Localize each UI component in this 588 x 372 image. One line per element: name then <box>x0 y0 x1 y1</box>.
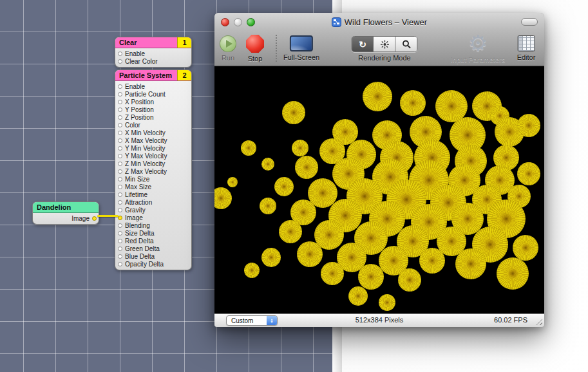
port-dot-green-delta[interactable] <box>118 246 122 251</box>
port-row-image: Image <box>115 214 191 221</box>
gear-icon: ⚙ <box>468 32 488 54</box>
port-dot-gravity[interactable] <box>118 208 122 212</box>
dandelion-particle <box>348 286 368 306</box>
port-label: Z Position <box>125 114 153 121</box>
port-label: Y Max Velocity <box>125 153 167 160</box>
port-dot-particle-count[interactable] <box>118 92 122 97</box>
port-dot-opacity-delta[interactable] <box>118 262 122 266</box>
port-dot-image[interactable] <box>92 216 97 221</box>
viewer-window[interactable]: Wild Flowers – Viewer Run Stop Full-Scre… <box>214 13 544 327</box>
port-label: Blue Delta <box>125 253 155 260</box>
node-dandelion[interactable]: Dandelion Image <box>32 201 99 225</box>
node-clear-title: Clear <box>119 39 137 46</box>
port-dot-x-min-velocity[interactable] <box>118 131 122 135</box>
editor-button[interactable]: Editor <box>517 34 536 61</box>
dandelion-particle <box>279 220 302 243</box>
port-dot-enable[interactable] <box>118 51 122 56</box>
node-particle-system[interactable]: Particle System 2 EnableParticle CountX … <box>115 70 192 270</box>
dandelion-particle <box>379 294 395 311</box>
node-clear[interactable]: Clear 1 EnableClear Color <box>115 37 192 68</box>
port-dot-y-min-velocity[interactable] <box>118 146 122 151</box>
port-row-z-max-velocity: Z Max Velocity <box>115 167 191 175</box>
port-label: Lifetime <box>125 191 147 198</box>
dandelion-particle <box>321 262 344 285</box>
port-dot-z-position[interactable] <box>118 115 122 120</box>
port-dot-attraction[interactable] <box>118 200 122 205</box>
port-dot-x-max-velocity[interactable] <box>118 138 122 143</box>
port-row-opacity-delta: Opacity Delta <box>115 260 191 268</box>
port-row-clear-color: Clear Color <box>115 57 191 65</box>
port-dot-lifetime[interactable] <box>118 192 122 197</box>
node-dandelion-header[interactable]: Dandelion <box>33 202 99 213</box>
port-dot-min-size[interactable] <box>118 177 122 181</box>
port-row-z-position: Z Position <box>115 113 191 121</box>
fullscreen-button[interactable]: Full-Screen <box>283 34 319 61</box>
port-dot-enable[interactable] <box>118 84 122 89</box>
dandelion-particle <box>274 177 294 196</box>
node-clear-header[interactable]: Clear 1 <box>115 37 191 48</box>
rendering-mode-control: ↻ <box>352 34 418 62</box>
dandelion-particle <box>260 198 276 214</box>
dandelion-particle <box>358 264 384 290</box>
port-dot-color[interactable] <box>118 123 122 127</box>
dandelion-particle <box>398 268 421 292</box>
port-dot-y-max-velocity[interactable] <box>118 154 122 158</box>
stop-label: Stop <box>248 55 263 62</box>
port-dot-z-min-velocity[interactable] <box>118 162 122 166</box>
dandelion-particle <box>244 263 260 278</box>
viewer-titlebar[interactable]: Wild Flowers – Viewer <box>214 13 544 31</box>
viewer-window-chrome: Wild Flowers – Viewer Run Stop Full-Scre… <box>214 13 544 66</box>
port-dot-x-position[interactable] <box>118 100 122 104</box>
dandelion-particle <box>497 257 529 290</box>
port-row-red-delta: Red Delta <box>115 237 191 245</box>
dandelion-particle <box>419 248 445 274</box>
window-title: Wild Flowers – Viewer <box>345 17 427 27</box>
port-dot-y-position[interactable] <box>118 107 122 112</box>
editor-label: Editor <box>517 53 536 61</box>
dandelion-particle <box>292 140 308 156</box>
port-row-x-max-velocity: X Max Velocity <box>115 136 191 144</box>
port-row-max-size: Max Size <box>115 183 191 191</box>
port-row-color: Color <box>115 121 191 129</box>
dandelion-particle <box>241 140 256 156</box>
port-row-gravity: Gravity <box>115 206 191 214</box>
port-label: Clear Color <box>125 58 158 65</box>
port-label: Opacity Delta <box>125 261 164 268</box>
run-label: Run <box>222 54 234 62</box>
connection-dandelion-image[interactable] <box>97 215 119 217</box>
dandelion-particle <box>517 162 540 185</box>
port-row-size-delta: Size Delta <box>115 229 191 237</box>
stop-button[interactable]: Stop <box>246 34 264 62</box>
port-dot-blue-delta[interactable] <box>118 254 122 259</box>
port-label: Z Min Velocity <box>125 160 165 167</box>
port-label: X Max Velocity <box>125 137 167 144</box>
dandelion-particle <box>297 241 323 267</box>
run-button[interactable]: Run <box>220 34 236 62</box>
port-dot-size-delta[interactable] <box>118 231 122 236</box>
port-label: Image <box>71 215 90 222</box>
input-parameters-button[interactable]: ⚙ Input Parameters <box>451 34 505 64</box>
input-parameters-label: Input Parameters <box>451 56 505 64</box>
port-dot-z-max-velocity[interactable] <box>118 169 122 174</box>
port-row-attraction: Attraction <box>115 198 191 206</box>
segment-particles[interactable] <box>374 37 396 51</box>
node-dandelion-title: Dandelion <box>37 203 71 211</box>
port-dot-clear-color[interactable] <box>118 59 122 64</box>
port-dot-image[interactable] <box>118 216 122 220</box>
dandelion-particle <box>400 90 426 116</box>
port-dot-red-delta[interactable] <box>118 239 122 243</box>
port-label: Z Max Velocity <box>125 168 167 175</box>
segment-inspect[interactable] <box>396 37 417 51</box>
toolbar-divider <box>276 35 277 62</box>
port-dot-max-size[interactable] <box>118 185 122 189</box>
segment-render-loop[interactable]: ↻ <box>352 37 374 51</box>
port-dot-blending[interactable] <box>118 223 122 228</box>
node-particle-system-header[interactable]: Particle System 2 <box>115 70 191 81</box>
toolbar-toggle-pill[interactable] <box>521 18 538 26</box>
node-particle-system-ports: EnableParticle CountX PositionY Position… <box>115 81 191 270</box>
dandelion-particle <box>517 114 540 137</box>
port-row-blue-delta: Blue Delta <box>115 252 191 260</box>
fullscreen-icon <box>290 35 313 51</box>
port-row-image: Image <box>33 214 99 222</box>
port-row-x-position: X Position <box>115 98 191 106</box>
